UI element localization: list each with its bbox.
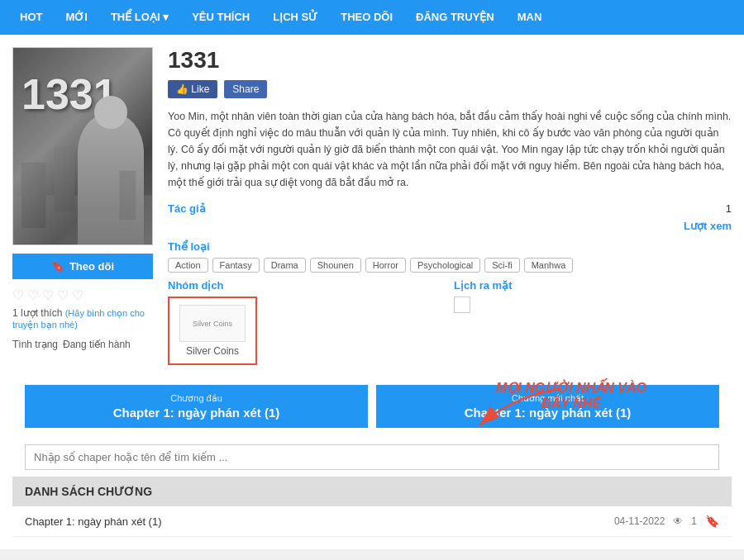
bookmark-icon: 🔖 [51, 260, 64, 273]
fb-share-button[interactable]: Share [224, 80, 267, 98]
tinh-trang-value: Đang tiến hành [63, 339, 131, 350]
tac-gia-value [168, 220, 446, 232]
nhom-dich-label: Nhóm dịch [168, 279, 446, 292]
chapter-moi-value: Chapter 1: ngày phán xét (1) [389, 406, 707, 420]
chapter-dau-button[interactable]: Chương đầu Chapter 1: ngày phán xét (1) [25, 385, 368, 428]
manga-layout: 1331 🔖 Theo dõi ♡ ♡ [12, 47, 732, 375]
luot-xem-label: Lượt xem [454, 220, 732, 232]
tag-drama[interactable]: Drama [264, 258, 306, 273]
heart-5[interactable]: ♡ [72, 287, 83, 303]
tags-row: Action Fantasy Drama Shounen Horror Psyc… [168, 258, 732, 273]
fb-buttons-row: Like Share [168, 80, 732, 98]
main-nav: HOT MỚI THỂ LOẠI ▾ YÊU THÍCH LỊCH SỬ THE… [0, 0, 744, 35]
fb-like-button[interactable]: Like [168, 80, 217, 98]
the-loai-label: Thể loại [168, 240, 210, 253]
chapter-dau-label: Chương đầu [37, 393, 355, 404]
tinh-trang-row: Tình trạng Đang tiến hành [12, 339, 153, 350]
cover-bg-svg [13, 48, 152, 244]
nav-the-loai[interactable]: THỂ LOẠI ▾ [99, 0, 180, 35]
tag-manhwa[interactable]: Manhwa [524, 258, 574, 273]
nav-hot[interactable]: HOT [8, 0, 54, 35]
tac-gia-label: Tác giả [168, 202, 446, 215]
lich-ra-mat-label: Lịch ra mặt [454, 279, 732, 292]
nhom-name: Silver Coins [186, 345, 239, 357]
manga-title: 1331 [168, 47, 732, 74]
heart-3[interactable]: ♡ [42, 287, 54, 303]
tag-scifi[interactable]: Sci-fi [484, 258, 519, 273]
heart-2[interactable]: ♡ [27, 287, 39, 303]
chapter-moi-button[interactable]: Chương mới nhất Chapter 1: ngày phán xét… [376, 385, 719, 428]
nav-theo-doi[interactable]: THEO DÕI [329, 0, 404, 35]
nhom-lich-row: Nhóm dịch Silver Coins Silver Coins Lịch… [168, 279, 732, 365]
luot-xem-value: 1 [454, 202, 732, 215]
nhom-dich-section: Nhóm dịch Silver Coins Silver Coins [168, 279, 446, 365]
chapter-dau-value: Chapter 1: ngày phán xét (1) [37, 406, 355, 420]
like-info: 1 lượt thích (Hãy bình chọn cho truyện b… [12, 307, 153, 330]
chapter-bookmark-icon[interactable]: 🔖 [705, 515, 719, 528]
chapter-row-meta: 04-11-2022 👁 1 🔖 [614, 515, 719, 528]
chapter-views: 1 [691, 515, 697, 527]
lich-value-box [454, 297, 470, 313]
nav-lich-su[interactable]: LỊCH SỬ [261, 0, 329, 35]
chapter-moi-label: Chương mới nhất [389, 393, 707, 404]
tag-fantasy[interactable]: Fantasy [212, 258, 260, 273]
chapter-search-bar [12, 438, 732, 477]
nav-yeu-thich[interactable]: YÊU THÍCH [180, 0, 261, 35]
chapter-row: Chapter 1: ngày phán xét (1) 04-11-2022 … [12, 506, 732, 537]
heart-4[interactable]: ♡ [57, 287, 69, 303]
chapter-row-name[interactable]: Chapter 1: ngày phán xét (1) [25, 515, 162, 528]
manga-detail-page: 1331 🔖 Theo dõi ♡ ♡ [0, 35, 744, 549]
theo-doi-label: Theo dõi [69, 260, 114, 273]
danh-sach-header: DANH SÁCH CHƯƠNG [12, 477, 732, 506]
like-count: 1 lượt thích [12, 307, 62, 319]
manga-cover-image: 1331 [12, 47, 153, 245]
tag-psychological[interactable]: Psychological [410, 258, 480, 273]
nhom-card-image: Silver Coins [179, 305, 246, 342]
nav-moi[interactable]: MỚI [54, 0, 98, 35]
nhom-card[interactable]: Silver Coins Silver Coins [168, 297, 257, 365]
info-grid: Tác giả 1 Lượt xem [168, 202, 732, 232]
svg-rect-2 [54, 146, 74, 211]
svg-rect-1 [21, 163, 46, 228]
hearts-row: ♡ ♡ ♡ ♡ ♡ [12, 287, 153, 303]
nav-dang-truyen[interactable]: ĐĂNG TRUYỆN [404, 0, 506, 35]
theo-doi-button[interactable]: 🔖 Theo dõi [12, 254, 153, 279]
lich-ra-mat-section: Lịch ra mặt [454, 279, 732, 316]
manga-cover-column: 1331 🔖 Theo dõi ♡ ♡ [12, 47, 153, 365]
tag-horror[interactable]: Horror [365, 258, 406, 273]
tag-action[interactable]: Action [168, 258, 208, 273]
heart-1[interactable]: ♡ [12, 287, 24, 303]
eye-icon: 👁 [673, 515, 683, 527]
chapter-search-input[interactable] [25, 444, 719, 470]
svg-rect-3 [119, 171, 136, 220]
nav-man[interactable]: MAN [506, 0, 554, 35]
chapter-buttons-row: Chương đầu Chapter 1: ngày phán xét (1) … [12, 375, 732, 438]
manga-info-column: 1331 Like Share Yoo Min, một nhân viên t… [168, 47, 732, 365]
chapter-date: 04-11-2022 [614, 515, 665, 527]
tinh-trang-label: Tình trạng [12, 339, 58, 350]
manga-description: Yoo Min, một nhân viên toàn thời gian củ… [168, 108, 732, 191]
tag-shounen[interactable]: Shounen [310, 258, 361, 273]
